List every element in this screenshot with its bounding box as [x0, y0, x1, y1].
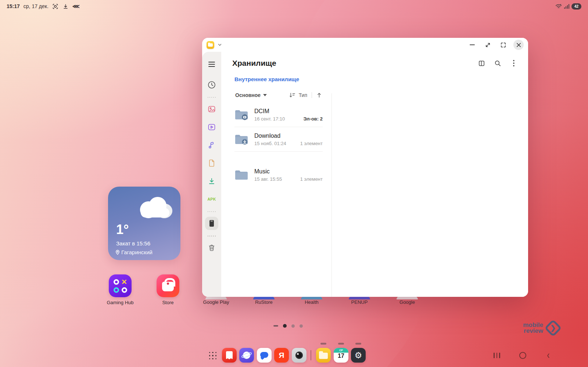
screenshot-notification-icon — [52, 3, 59, 10]
taskbar-internet-icon[interactable] — [239, 348, 254, 363]
weather-sunset: Закат в 15:56 — [116, 240, 150, 247]
desktop-icon-label: Store — [150, 300, 186, 305]
taskbar-notes-icon[interactable] — [222, 348, 237, 363]
home-button[interactable] — [517, 350, 528, 360]
category-dropdown[interactable]: Основное — [235, 92, 267, 98]
app-drawer-button[interactable] — [208, 351, 218, 360]
taskbar-camera-icon[interactable] — [292, 348, 306, 363]
weather-widget[interactable]: 1° Закат в 15:56 Гагаринский — [108, 187, 180, 260]
store-icon — [157, 274, 179, 297]
page-dot-current[interactable] — [283, 324, 287, 328]
file-row-music[interactable]: Music 15 авг. 15:55 1 элемент — [221, 163, 331, 187]
desktop-icon-label: Google — [387, 299, 427, 305]
desktop-icon-store[interactable]: Store — [150, 274, 186, 305]
sidebar-item-documents[interactable] — [205, 156, 218, 170]
file-name: Download — [254, 133, 323, 139]
weather-temperature: 1° — [116, 222, 129, 237]
search-button[interactable] — [493, 58, 502, 68]
mobile-review-watermark: mobile review ❯ — [523, 322, 559, 334]
file-name: DCIM — [254, 108, 323, 115]
breadcrumb: Внутреннее хранилище — [221, 68, 528, 83]
sidebar-divider — [208, 235, 216, 236]
panel-divider — [331, 93, 332, 297]
sidebar-item-internal-storage[interactable] — [205, 217, 218, 230]
sidebar-item-trash[interactable] — [205, 241, 218, 255]
more-vertical-icon — [513, 60, 514, 66]
sidebar-item-videos[interactable] — [205, 120, 218, 134]
calendar-weekday: ср — [334, 348, 348, 353]
folder-icon — [234, 133, 248, 145]
close-button[interactable] — [513, 40, 524, 50]
category-dropdown-label: Основное — [235, 92, 261, 98]
document-icon — [208, 159, 215, 167]
sort-icon — [289, 92, 295, 98]
sidebar-item-audio[interactable] — [205, 138, 218, 152]
breadcrumb-internal-storage[interactable]: Внутреннее хранилище — [234, 76, 299, 82]
sidebar-divider — [208, 97, 216, 98]
desktop-icon-gaming-hub[interactable]: ✕ Gaming Hub — [103, 274, 138, 305]
file-manager-content: Хранилище Внутреннее хранилище — [221, 52, 528, 297]
taskbar-my-files-icon[interactable] — [316, 348, 331, 363]
menu-button[interactable] — [205, 58, 218, 71]
sidebar-item-recents[interactable] — [205, 78, 218, 91]
app-notification-icon: ⋘ — [73, 3, 79, 10]
divider — [312, 92, 312, 98]
taskbar: Я ср 17 ⚙ ‹ — [0, 341, 588, 367]
running-indicator — [338, 343, 344, 345]
home-page-indicator[interactable] — [273, 324, 303, 328]
file-list: DCIM 16 сент. 17:10 Эл-ов: 2 — [221, 98, 331, 187]
taskbar-yandex-icon[interactable]: Я — [274, 348, 289, 363]
page-dot[interactable] — [300, 324, 303, 328]
weather-location: Гагаринский — [121, 249, 153, 255]
cloud-icon — [139, 197, 172, 217]
taskbar-messages-icon[interactable] — [257, 348, 272, 363]
home-icon — [519, 352, 526, 359]
file-date: 15 нояб. 01:24 — [254, 141, 286, 146]
resize-button[interactable] — [483, 40, 493, 50]
window-title-bar[interactable] — [202, 38, 528, 52]
desktop-icon-label: Google Play — [196, 299, 236, 305]
download-icon — [208, 177, 215, 185]
calendar-day: 17 — [334, 353, 348, 359]
minimize-button[interactable] — [467, 40, 477, 50]
desktop-icon-label: PENUP — [339, 299, 380, 305]
page-dash[interactable] — [273, 325, 278, 327]
sort-by-label[interactable]: Тип — [299, 92, 307, 98]
split-view-button[interactable] — [477, 58, 486, 68]
page-title: Хранилище — [232, 59, 276, 68]
sidebar-item-apk[interactable]: APK — [205, 193, 218, 206]
clock-time: 15:17 — [7, 3, 20, 9]
caret-down-icon — [263, 94, 267, 96]
file-manager-sidebar: APK — [202, 52, 221, 297]
running-indicator — [355, 343, 361, 345]
fullscreen-button[interactable] — [498, 40, 508, 50]
clock-icon — [208, 81, 216, 89]
desktop-icon-label: Gaming Hub — [103, 300, 138, 305]
sidebar-item-images[interactable] — [205, 102, 218, 116]
sidebar-item-downloads[interactable] — [205, 174, 218, 188]
download-notification-icon — [62, 3, 69, 10]
recents-button[interactable] — [492, 350, 502, 360]
gear-icon: ⚙ — [355, 350, 362, 360]
taskbar-settings-icon[interactable]: ⚙ — [351, 348, 366, 363]
page-dot[interactable] — [291, 324, 295, 328]
chevron-down-icon[interactable] — [217, 42, 222, 47]
file-row-dcim[interactable]: DCIM 16 сент. 17:10 Эл-ов: 2 — [221, 102, 331, 127]
gaming-hub-icon: ✕ — [109, 274, 132, 297]
yandex-letter: Я — [279, 351, 284, 360]
taskbar-calendar-icon[interactable]: ср 17 — [334, 348, 348, 363]
sort-ascending-icon[interactable] — [316, 92, 322, 98]
apk-label: APK — [207, 197, 216, 201]
taskbar-divider — [311, 350, 311, 360]
battery-indicator: 42 — [571, 3, 581, 10]
file-count: 1 элемент — [300, 141, 323, 146]
back-button[interactable]: ‹ — [543, 350, 553, 360]
wifi-icon: 5 — [555, 3, 562, 10]
file-date: 16 сент. 17:10 — [254, 116, 285, 122]
file-row-download[interactable]: Download 15 нояб. 01:24 1 элемент — [221, 127, 331, 151]
desktop-icon-label: Health — [291, 299, 332, 305]
search-icon — [494, 60, 501, 67]
my-files-app-icon[interactable] — [207, 41, 214, 49]
file-count: Эл-ов: 2 — [303, 116, 323, 122]
more-options-button[interactable] — [509, 58, 519, 68]
